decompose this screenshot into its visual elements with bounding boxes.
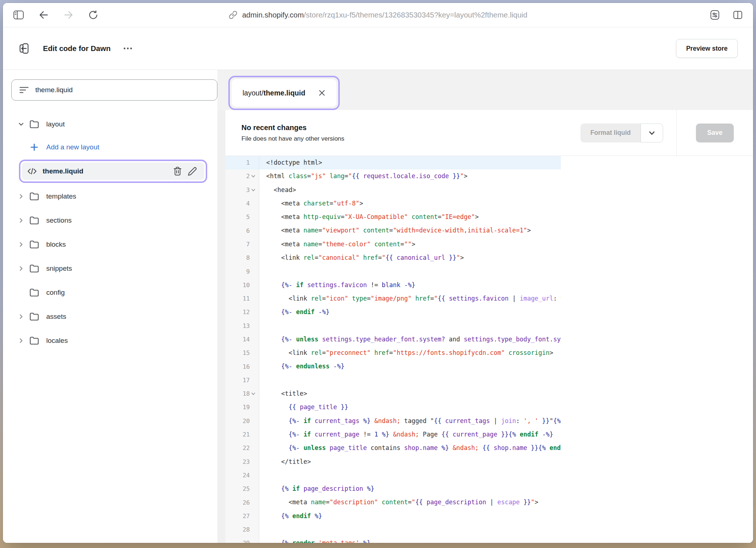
- forward-icon[interactable]: [63, 10, 74, 20]
- code-line-text[interactable]: [259, 265, 266, 278]
- sidebar-item-layout[interactable]: layout: [11, 115, 212, 133]
- code-line[interactable]: 4 <meta charset="utf-8">: [225, 197, 561, 210]
- code-line[interactable]: 7 <meta name="theme-color" content="">: [225, 238, 561, 251]
- sidebar-item-config[interactable]: config: [11, 283, 212, 302]
- save-button[interactable]: Save: [696, 124, 734, 142]
- tab-layout-theme-liquid[interactable]: layout/theme.liquid: [232, 79, 336, 107]
- chevron-right-icon[interactable]: [16, 265, 27, 272]
- code-line-text[interactable]: {%- unless page_title contains shop.name…: [259, 441, 561, 455]
- chevron-right-icon[interactable]: [16, 337, 27, 344]
- code-viewport[interactable]: 1<!doctype html>2<html class="js" lang="…: [225, 156, 561, 543]
- more-dots-icon[interactable]: [123, 47, 133, 50]
- code-line[interactable]: 26 <meta name="description" content="{{ …: [225, 496, 561, 509]
- chevron-right-icon[interactable]: [16, 193, 27, 200]
- code-line-text[interactable]: {% endif %}: [259, 509, 322, 523]
- code-line-text[interactable]: {%- unless settings.type_header_font.sys…: [259, 333, 561, 346]
- code-line[interactable]: 21 {%- if current_page != 1 %} &ndash; P…: [225, 428, 561, 441]
- code-line-text[interactable]: {%- endunless -%}: [259, 360, 344, 373]
- code-line[interactable]: 6 <meta name="viewport" content="width=d…: [225, 224, 561, 237]
- back-icon[interactable]: [39, 10, 49, 20]
- code-line-text[interactable]: {{ page_title }}: [259, 400, 348, 414]
- code-line[interactable]: 12 {%- endif -%}: [225, 305, 561, 319]
- search-input[interactable]: theme.liquid: [11, 79, 217, 101]
- code-line[interactable]: 13: [225, 319, 561, 333]
- line-number: 24: [225, 469, 259, 482]
- chevron-down-icon[interactable]: [16, 121, 27, 128]
- sidebar-item-sections[interactable]: sections: [11, 211, 212, 230]
- code-line[interactable]: 23 </title>: [225, 455, 561, 469]
- fold-chevron-icon[interactable]: [250, 391, 257, 396]
- code-line[interactable]: 17: [225, 373, 561, 387]
- reload-icon[interactable]: [88, 10, 98, 20]
- chevron-right-icon[interactable]: [16, 241, 27, 248]
- code-line-text[interactable]: [259, 373, 266, 387]
- address-bar[interactable]: admin.shopify.com/store/rzq1xu-f5/themes…: [229, 11, 527, 19]
- code-line-text[interactable]: <meta charset="utf-8">: [259, 197, 363, 210]
- code-line-text[interactable]: [259, 523, 266, 536]
- sidebar-item-locales[interactable]: locales: [11, 332, 212, 350]
- trash-icon[interactable]: [173, 167, 182, 176]
- code-line-text[interactable]: [259, 469, 266, 482]
- code-line[interactable]: 16 {%- endunless -%}: [225, 360, 561, 373]
- fold-chevron-icon[interactable]: [250, 174, 257, 179]
- sidebar-item-blocks[interactable]: blocks: [11, 235, 212, 254]
- code-line-text[interactable]: {% if page_description %}: [259, 482, 374, 496]
- code-line[interactable]: 25 {% if page_description %}: [225, 482, 561, 496]
- code-line-text[interactable]: [259, 319, 266, 333]
- code-line[interactable]: 19 {{ page_title }}: [225, 400, 561, 414]
- code-line-text[interactable]: {%- endif -%}: [259, 305, 330, 319]
- sidebar-toggle-icon[interactable]: [13, 10, 24, 20]
- fold-chevron-icon[interactable]: [250, 188, 257, 192]
- code-line-text[interactable]: <!doctype html>: [259, 156, 322, 169]
- code-line-text[interactable]: <link rel="preconnect" href="https://fon…: [259, 346, 553, 360]
- close-icon[interactable]: [318, 89, 326, 97]
- sidebar-item-assets[interactable]: assets: [11, 308, 212, 326]
- code-line-text[interactable]: <link rel="canonical" href="{{ canonical…: [259, 251, 464, 265]
- format-liquid-button[interactable]: Format liquid: [580, 124, 641, 142]
- chevron-right-icon[interactable]: [16, 313, 27, 320]
- code-line-text[interactable]: <meta name="viewport" content="width=dev…: [259, 224, 531, 237]
- code-line-text[interactable]: {%- if current_tags %} &ndash; tagged "{…: [259, 414, 561, 428]
- add-new-layout-button[interactable]: Add a new layout: [11, 139, 212, 155]
- code-line[interactable]: 10 {%- if settings.favicon != blank -%}: [225, 278, 561, 292]
- chevron-right-icon[interactable]: [16, 217, 27, 224]
- pencil-icon[interactable]: [188, 167, 197, 176]
- code-line-text[interactable]: {%- if settings.favicon != blank -%}: [259, 278, 416, 292]
- code-line-text[interactable]: </title>: [259, 455, 311, 469]
- code-line[interactable]: 8 <link rel="canonical" href="{{ canonic…: [225, 251, 561, 265]
- code-line-text[interactable]: {% render 'meta-tags' %}: [259, 536, 371, 543]
- split-view-icon[interactable]: [733, 10, 743, 20]
- code-line-text[interactable]: <meta name="description" content="{{ pag…: [259, 496, 538, 509]
- code-line[interactable]: 18 <title>: [225, 387, 561, 400]
- code-line[interactable]: 3 <head>: [225, 183, 561, 197]
- page-settings-icon[interactable]: [709, 9, 720, 20]
- code-line[interactable]: 14 {%- unless settings.type_header_font.…: [225, 333, 561, 346]
- code-line[interactable]: 22 {%- unless page_title contains shop.n…: [225, 441, 561, 455]
- editor-status-bar: No recent changes File does not have any…: [225, 110, 753, 156]
- sidebar-item-label: assets: [46, 313, 66, 321]
- code-line[interactable]: 15 <link rel="preconnect" href="https://…: [225, 346, 561, 360]
- code-line-text[interactable]: <link rel="icon" type="image/png" href="…: [259, 292, 561, 305]
- code-line-text[interactable]: <meta http-equiv="X-UA-Compatible" conte…: [259, 210, 479, 224]
- exit-icon[interactable]: [18, 43, 30, 54]
- code-line[interactable]: 28: [225, 523, 561, 536]
- code-line-text[interactable]: {%- if current_page != 1 %} &ndash; Page…: [259, 428, 553, 441]
- code-line[interactable]: 20 {%- if current_tags %} &ndash; tagged…: [225, 414, 561, 428]
- code-line[interactable]: 2<html class="js" lang="{{ request.local…: [225, 169, 561, 183]
- code-line[interactable]: 29 {% render 'meta-tags' %}: [225, 536, 561, 543]
- sidebar-item-theme-liquid[interactable]: theme.liquid: [22, 163, 204, 180]
- code-line[interactable]: 24: [225, 469, 561, 482]
- code-line[interactable]: 9: [225, 265, 561, 278]
- code-line[interactable]: 5 <meta http-equiv="X-UA-Compatible" con…: [225, 210, 561, 224]
- code-line-text[interactable]: <html class="js" lang="{{ request.locale…: [259, 169, 468, 183]
- format-liquid-dropdown-button[interactable]: [641, 124, 663, 142]
- code-line-text[interactable]: <title>: [259, 387, 307, 400]
- sidebar-item-templates[interactable]: templates: [11, 187, 212, 206]
- sidebar-item-snippets[interactable]: snippets: [11, 259, 212, 278]
- code-line-text[interactable]: <head>: [259, 183, 296, 197]
- code-line[interactable]: 11 <link rel="icon" type="image/png" hre…: [225, 292, 561, 305]
- code-line[interactable]: 27 {% endif %}: [225, 509, 561, 523]
- code-line-text[interactable]: <meta name="theme-color" content="">: [259, 238, 416, 251]
- code-line[interactable]: 1<!doctype html>: [225, 156, 561, 169]
- preview-store-button[interactable]: Preview store: [676, 39, 738, 58]
